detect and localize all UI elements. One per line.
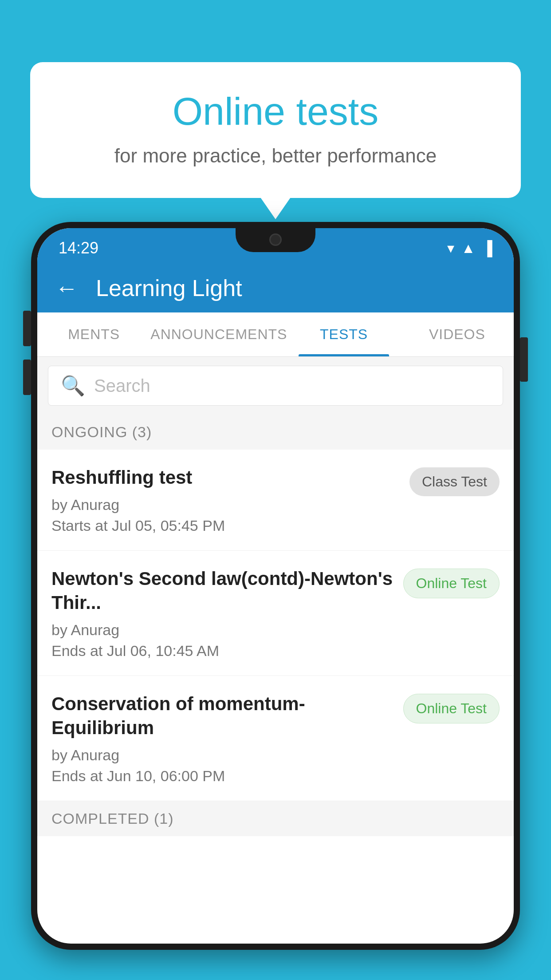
volume-down-button[interactable] — [23, 360, 31, 395]
test-by: by Anurag — [51, 496, 401, 514]
test-info: Conservation of momentum-Equilibrium by … — [51, 692, 394, 785]
test-item[interactable]: Newton's Second law(contd)-Newton's Thir… — [37, 551, 514, 676]
tab-ments[interactable]: MENTS — [37, 312, 150, 356]
test-item[interactable]: Reshuffling test by Anurag Starts at Jul… — [37, 450, 514, 551]
speech-bubble-subtitle: for more practice, better performance — [66, 145, 485, 167]
phone-wrapper: 14:29 ▾ ▲ ▐ ← Learning Light MENTS ANNOU… — [31, 222, 520, 980]
signal-icon: ▲ — [461, 240, 476, 257]
tabs-bar: MENTS ANNOUNCEMENTS TESTS VIDEOS — [37, 312, 514, 357]
search-box[interactable]: 🔍 Search — [48, 366, 503, 406]
test-time: Ends at Jun 10, 06:00 PM — [51, 767, 394, 785]
phone-notch — [236, 228, 315, 252]
search-container: 🔍 Search — [37, 357, 514, 415]
test-name: Conservation of momentum-Equilibrium — [51, 692, 394, 740]
app-header: ← Learning Light — [37, 264, 514, 312]
tab-announcements[interactable]: ANNOUNCEMENTS — [150, 312, 287, 356]
test-name: Reshuffling test — [51, 466, 401, 490]
ongoing-section-header: ONGOING (3) — [37, 415, 514, 450]
search-icon: 🔍 — [61, 374, 85, 397]
test-item[interactable]: Conservation of momentum-Equilibrium by … — [37, 676, 514, 801]
tab-videos[interactable]: VIDEOS — [401, 312, 514, 356]
app-title: Learning Light — [96, 275, 242, 301]
speech-bubble: Online tests for more practice, better p… — [30, 62, 521, 198]
status-time: 14:29 — [59, 239, 98, 257]
phone-screen: 14:29 ▾ ▲ ▐ ← Learning Light MENTS ANNOU… — [37, 228, 514, 944]
test-badge: Online Test — [403, 569, 500, 598]
back-button[interactable]: ← — [55, 277, 78, 300]
wifi-icon: ▾ — [447, 240, 454, 257]
completed-section-header: COMPLETED (1) — [37, 801, 514, 836]
test-info: Newton's Second law(contd)-Newton's Thir… — [51, 567, 394, 660]
test-by: by Anurag — [51, 747, 394, 764]
test-time: Ends at Jul 06, 10:45 AM — [51, 642, 394, 660]
phone-outer: 14:29 ▾ ▲ ▐ ← Learning Light MENTS ANNOU… — [31, 222, 520, 950]
speech-bubble-title: Online tests — [66, 89, 485, 134]
test-badge: Class Test — [409, 467, 500, 496]
tab-tests[interactable]: TESTS — [287, 312, 400, 356]
test-list: Reshuffling test by Anurag Starts at Jul… — [37, 450, 514, 801]
battery-icon: ▐ — [482, 240, 492, 257]
test-name: Newton's Second law(contd)-Newton's Thir… — [51, 567, 394, 615]
test-info: Reshuffling test by Anurag Starts at Jul… — [51, 466, 401, 534]
test-badge: Online Test — [403, 694, 500, 723]
test-by: by Anurag — [51, 621, 394, 639]
front-camera — [269, 233, 282, 246]
test-time: Starts at Jul 05, 05:45 PM — [51, 517, 401, 534]
search-input[interactable]: Search — [94, 376, 150, 396]
volume-up-button[interactable] — [23, 311, 31, 346]
power-button[interactable] — [520, 337, 528, 382]
status-icons: ▾ ▲ ▐ — [447, 240, 492, 257]
